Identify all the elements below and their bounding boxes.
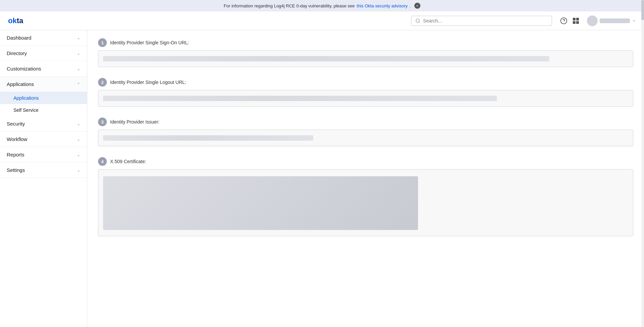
- layout: Dashboard ⌄ Directory ⌄ Customizations ⌄…: [0, 30, 644, 327]
- sidebar: Dashboard ⌄ Directory ⌄ Customizations ⌄…: [0, 30, 87, 327]
- header: okta: [0, 11, 644, 30]
- field-value-blurred-1: [103, 56, 549, 61]
- svg-point-0: [416, 19, 419, 22]
- sidebar-label-customizations: Customizations: [7, 66, 41, 72]
- field-label-1: 1 Identity Provider Single Sign-On URL:: [98, 38, 633, 47]
- sidebar-label-workflow: Workflow: [7, 136, 27, 142]
- field-label-4: 4 X.509 Certificate:: [98, 157, 633, 166]
- search-input[interactable]: [423, 18, 548, 24]
- main-content: 1 Identity Provider Single Sign-On URL: …: [87, 30, 644, 327]
- chevron-customizations: ⌄: [77, 66, 80, 71]
- step-circle-1: 1: [98, 38, 107, 47]
- sidebar-label-reports: Reports: [7, 152, 25, 157]
- sidebar-sub-self-service[interactable]: Self Service: [0, 104, 87, 116]
- sidebar-item-applications[interactable]: Applications ⌄: [0, 77, 87, 92]
- scrollbar-thumb[interactable]: [641, 0, 644, 20]
- sidebar-item-workflow[interactable]: Workflow ⌄: [0, 132, 87, 147]
- field-label-3: 3 Identity Provider Issuer:: [98, 118, 633, 126]
- svg-line-1: [419, 21, 420, 22]
- chevron-dashboard: ⌄: [77, 36, 80, 40]
- field-input-3[interactable]: [98, 130, 633, 146]
- chevron-workflow: ⌄: [77, 137, 80, 142]
- user-name: [600, 18, 630, 23]
- header-icons: [560, 15, 636, 26]
- certificate-textarea[interactable]: [98, 169, 633, 236]
- banner-close-button[interactable]: ×: [414, 3, 420, 9]
- field-group-4: 4 X.509 Certificate:: [98, 157, 633, 236]
- field-label-text-2: Identity Provider Single Logout URL:: [110, 80, 186, 85]
- user-menu[interactable]: [587, 15, 636, 26]
- chevron-down-icon: [632, 19, 636, 23]
- field-group-2: 2 Identity Provider Single Logout URL:: [98, 78, 633, 107]
- step-circle-3: 3: [98, 118, 107, 126]
- banner-text: For information regarding Log4j RCE 0-da…: [224, 3, 355, 8]
- scrollbar-track[interactable]: [641, 0, 644, 327]
- search-icon: [415, 18, 420, 24]
- help-icon[interactable]: [560, 17, 567, 25]
- apps-grid-icon[interactable]: [573, 18, 579, 24]
- search-bar[interactable]: [411, 16, 552, 26]
- banner-link[interactable]: this Okta security advisory: [357, 3, 408, 8]
- chevron-settings: ⌄: [77, 168, 80, 173]
- field-value-blurred-3: [103, 135, 313, 141]
- sidebar-label-directory: Directory: [7, 50, 27, 56]
- field-value-blurred-2: [103, 96, 497, 101]
- step-circle-2: 2: [98, 78, 107, 87]
- field-label-text-1: Identity Provider Single Sign-On URL:: [110, 40, 189, 45]
- security-banner: For information regarding Log4j RCE 0-da…: [0, 0, 644, 11]
- sidebar-label-settings: Settings: [7, 167, 25, 173]
- field-input-2[interactable]: [98, 90, 633, 107]
- sidebar-item-security[interactable]: Security ⌄: [0, 116, 87, 132]
- chevron-applications: ⌄: [77, 82, 80, 87]
- sidebar-item-customizations[interactable]: Customizations ⌄: [0, 61, 87, 77]
- sidebar-item-reports[interactable]: Reports ⌄: [0, 147, 87, 162]
- certificate-value-blurred: [103, 176, 418, 230]
- field-label-text-3: Identity Provider Issuer:: [110, 119, 159, 125]
- sidebar-item-settings[interactable]: Settings ⌄: [0, 162, 87, 178]
- step-circle-4: 4: [98, 157, 107, 166]
- field-label-text-4: X.509 Certificate:: [110, 159, 146, 164]
- field-label-2: 2 Identity Provider Single Logout URL:: [98, 78, 633, 87]
- field-input-1[interactable]: [98, 50, 633, 67]
- sidebar-label-dashboard: Dashboard: [7, 35, 31, 41]
- sidebar-label-security: Security: [7, 121, 25, 127]
- sidebar-sub-applications[interactable]: Applications: [0, 92, 87, 104]
- avatar: [587, 15, 598, 26]
- field-group-3: 3 Identity Provider Issuer:: [98, 118, 633, 146]
- chevron-reports: ⌄: [77, 152, 80, 157]
- chevron-security: ⌄: [77, 122, 80, 126]
- field-group-1: 1 Identity Provider Single Sign-On URL:: [98, 38, 633, 67]
- sidebar-item-directory[interactable]: Directory ⌄: [0, 46, 87, 61]
- okta-logo: okta: [8, 16, 23, 25]
- sidebar-label-applications: Applications: [7, 81, 34, 87]
- chevron-directory: ⌄: [77, 51, 80, 56]
- sidebar-item-dashboard[interactable]: Dashboard ⌄: [0, 30, 87, 46]
